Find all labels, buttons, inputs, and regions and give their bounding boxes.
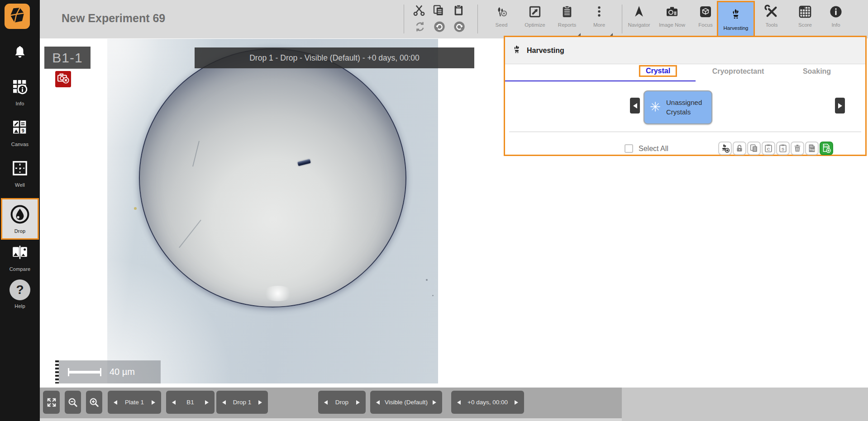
image-now-button[interactable]: Image Now (654, 3, 690, 37)
sidebar: Info 9 Canvas W (0, 0, 40, 421)
prev-arrow-icon[interactable] (324, 400, 328, 405)
nav-drop-number-selector[interactable]: Drop 1 (216, 391, 268, 414)
toolbar-divider (622, 5, 622, 33)
crystal-group-label: Unassigned Crystals (666, 98, 708, 117)
cut-button[interactable] (412, 4, 426, 19)
experiment-title: New Experiment 69 (62, 12, 165, 25)
nav-imager-profile-selector[interactable]: Visible (Default) (370, 391, 442, 414)
add-to-trip-button[interactable]: Trip (820, 142, 833, 155)
tab-soaking[interactable]: Soaking (803, 67, 831, 76)
optimize-button[interactable]: Optimize (519, 3, 551, 37)
score-button[interactable]: Score (790, 3, 820, 37)
focus-cube-icon (698, 3, 713, 21)
app-logo[interactable] (5, 4, 30, 29)
imaging-cancelled-badge (55, 71, 71, 87)
tools-button[interactable]: Tools (757, 3, 787, 37)
nav-label: Plate 1 (125, 399, 144, 406)
trip-report-button[interactable]: Trip (805, 142, 819, 155)
tool-label: More (593, 22, 605, 28)
paste-soak-button[interactable]: S (776, 142, 790, 155)
nav-label: +0 days, 00:00 (467, 399, 508, 406)
paste-cryoprotectant-button[interactable]: C (762, 142, 775, 155)
sidebar-item-compare[interactable]: Compare (0, 243, 40, 272)
sidebar-item-canvas[interactable]: 9 Canvas (0, 118, 40, 147)
paste-s-letter: S (782, 147, 785, 151)
prev-arrow-icon[interactable] (172, 400, 176, 405)
scale-bar-overlay: 40 µm (55, 360, 161, 383)
more-button[interactable]: More (583, 3, 615, 37)
score-grid-icon (798, 3, 812, 21)
prev-arrow-icon[interactable] (222, 400, 226, 405)
harvesting-button-active[interactable]: Harvesting (717, 1, 755, 37)
next-arrow-icon[interactable] (515, 400, 518, 405)
panel-divider (509, 132, 861, 132)
drop-image[interactable] (107, 39, 438, 383)
select-all-checkbox[interactable] (625, 144, 633, 153)
sidebar-item-drop[interactable]: Drop (1, 198, 39, 240)
drop-viewer-area: Drop 1 - Drop - Visible (Default) - +0 d… (40, 38, 504, 388)
more-dots-icon (592, 3, 606, 21)
redo-button[interactable] (453, 20, 466, 35)
unassigned-crystals-card[interactable]: Unassigned Crystals (644, 90, 712, 124)
scale-bar-label: 40 µm (110, 367, 135, 377)
top-header: New Experiment 69 (40, 0, 868, 38)
prev-arrow-icon[interactable] (114, 400, 117, 405)
nav-timepoint-selector[interactable]: +0 days, 00:00 (451, 391, 524, 414)
prev-arrow-icon[interactable] (376, 400, 380, 405)
nav-label: Visible (Default) (385, 399, 428, 406)
lock-button[interactable] (733, 142, 746, 155)
fit-to-view-button[interactable] (43, 391, 60, 414)
tab-crystal[interactable]: Crystal (639, 65, 677, 77)
navigator-icon (632, 3, 646, 21)
next-arrow-icon[interactable] (433, 400, 436, 405)
info-circle-icon (829, 3, 843, 21)
info-button[interactable]: Info (821, 3, 851, 37)
sidebar-item-label: Info (15, 101, 24, 106)
chevron-left-icon (633, 103, 637, 109)
copy-button[interactable] (432, 4, 445, 19)
navigator-button[interactable]: Navigator (623, 3, 655, 37)
harvesting-panel: Harvesting Crystal Cryoprotectant Soakin… (504, 36, 867, 156)
drop-sphere (139, 48, 406, 307)
delete-button[interactable] (791, 142, 804, 155)
crystal-pager-prev-button[interactable] (630, 98, 640, 114)
toolbar-bottom-strip (40, 418, 622, 421)
refresh-button[interactable] (413, 20, 427, 35)
seed-icon (494, 3, 509, 21)
nav-label: Drop (335, 399, 348, 406)
next-arrow-icon[interactable] (152, 400, 155, 405)
next-arrow-icon[interactable] (258, 400, 262, 405)
paste-c-letter: C (767, 147, 770, 151)
image-caption-text: Drop 1 - Drop - Visible (Default) - +0 d… (249, 53, 420, 63)
sidebar-item-info[interactable]: Info (0, 78, 40, 106)
zoom-in-button[interactable] (86, 391, 102, 414)
copy-crystals-button[interactable] (747, 142, 761, 155)
prev-arrow-icon[interactable] (457, 400, 461, 405)
camera-off-icon (57, 71, 70, 87)
optimize-icon (528, 3, 542, 21)
harvesting-panel-header: Harvesting (505, 37, 865, 64)
scale-edge-marks (55, 360, 59, 383)
next-arrow-icon[interactable] (205, 400, 209, 405)
sidebar-item-notifications[interactable] (0, 44, 40, 62)
nav-well-selector[interactable]: B1 (166, 391, 215, 414)
image-caption-bar: Drop 1 - Drop - Visible (Default) - +0 d… (195, 47, 474, 68)
sidebar-item-help[interactable]: ? Help (0, 279, 40, 309)
add-crystal-button[interactable] (718, 142, 732, 155)
next-arrow-icon[interactable] (356, 400, 360, 405)
select-all-label: Select All (639, 145, 668, 153)
debris-speck (426, 279, 428, 281)
seed-button[interactable]: Seed (485, 3, 518, 37)
undo-button[interactable] (433, 20, 446, 35)
nav-region-selector[interactable]: Drop (318, 391, 366, 414)
crystal-pager-next-button[interactable] (835, 98, 845, 114)
nav-plate-selector[interactable]: Plate 1 (108, 391, 161, 414)
toolbar-divider (477, 5, 478, 33)
tab-cryoprotectant[interactable]: Cryoprotectant (712, 67, 764, 76)
focus-button[interactable]: Focus (691, 3, 720, 37)
zoom-out-button[interactable] (65, 391, 81, 414)
paste-button[interactable] (452, 4, 466, 19)
reports-button[interactable]: Reports (551, 3, 583, 37)
tool-label: Navigator (628, 22, 650, 28)
sidebar-item-well[interactable]: Well (0, 159, 40, 188)
